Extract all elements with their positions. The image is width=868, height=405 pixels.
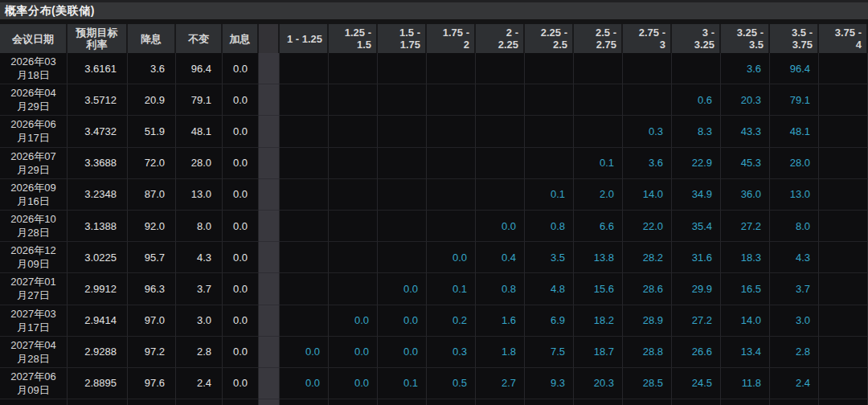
- range-prob-cell-11: [819, 211, 868, 242]
- range-prob-cell-6: 20.3: [574, 368, 623, 399]
- range-prob-cell-3: 0.2: [427, 305, 476, 337]
- clipped-cell: [68, 399, 128, 405]
- hold-prob-cell: 8.0: [176, 211, 223, 242]
- range-prob-cell-7: [623, 84, 672, 116]
- range-prob-cell-8: 26.6: [672, 337, 721, 368]
- range-prob-cell-6: 13.8: [574, 242, 623, 273]
- range-prob-cell-10: 4.3: [770, 242, 819, 273]
- range-prob-cell-5: 4.8: [525, 273, 574, 305]
- range-prob-cell-1: [329, 242, 378, 273]
- clipped-cell: [128, 399, 176, 405]
- range-prob-cell-5: 3.5: [525, 242, 574, 273]
- range-prob-cell-11: [819, 148, 868, 179]
- table-row[interactable]: 2027年01 月27日2.991296.33.70.00.00.10.84.8…: [0, 273, 868, 305]
- separator-cell: [259, 179, 280, 211]
- range-prob-cell-0: [280, 84, 329, 116]
- hold-prob-cell: 3.7: [176, 273, 223, 305]
- meeting-date-cell: 2026年09 月16日: [0, 179, 68, 211]
- range-prob-cell-1: 0.0: [329, 368, 378, 399]
- column-header-range-8: 3 - 3.25: [672, 24, 721, 53]
- table-row[interactable]: 2026年07 月29日3.368872.028.00.00.13.622.94…: [0, 148, 868, 179]
- hold-prob-cell: 48.1: [176, 116, 223, 147]
- range-prob-cell-1: 0.0: [329, 305, 378, 337]
- table-row[interactable]: 2026年09 月16日3.234887.013.00.00.12.014.03…: [0, 179, 868, 211]
- range-prob-cell-8: 27.2: [672, 305, 721, 337]
- column-header-hike: 加息: [223, 24, 259, 53]
- range-prob-cell-6: 18.2: [574, 305, 623, 337]
- hold-prob-cell: 79.1: [176, 84, 223, 116]
- range-prob-cell-9: 14.0: [721, 305, 770, 337]
- range-prob-cell-1: [329, 179, 378, 211]
- separator-cell: [259, 148, 280, 179]
- range-prob-cell-10: 3.0: [770, 305, 819, 337]
- column-header-range-3: 1.75 - 2: [427, 24, 476, 53]
- range-prob-cell-9: 43.3: [721, 116, 770, 147]
- table-row[interactable]: 2026年03 月18日3.61613.696.40.03.696.4: [0, 53, 868, 84]
- range-prob-cell-0: [280, 305, 329, 337]
- separator-cell: [259, 273, 280, 305]
- table-row[interactable]: 2027年04 月28日2.928897.22.80.00.00.00.00.3…: [0, 337, 868, 368]
- range-prob-cell-6: 0.1: [574, 148, 623, 179]
- hike-prob-cell: 0.0: [223, 179, 259, 211]
- cut-prob-cell: 20.9: [128, 84, 176, 116]
- meeting-date-cell: 2027年04 月28日: [0, 337, 68, 368]
- meeting-date-cell: 2027年03 月17日: [0, 305, 68, 337]
- range-prob-cell-8: 22.9: [672, 148, 721, 179]
- range-prob-cell-6: 2.0: [574, 179, 623, 211]
- target-rate-cell: 3.2348: [68, 179, 128, 211]
- panel-title-bar: 概率分布(美联储): [0, 0, 868, 19]
- range-prob-cell-9: 20.3: [721, 84, 770, 116]
- clipped-cell: [770, 399, 819, 405]
- range-prob-cell-8: 0.6: [672, 84, 721, 116]
- table-row[interactable]: 2026年04 月29日3.571220.979.10.00.620.379.1: [0, 84, 868, 116]
- range-prob-cell-3: [427, 84, 476, 116]
- panel-title: 概率分布(美联储): [5, 4, 95, 18]
- table-row[interactable]: 2026年06 月17日3.473251.948.10.00.38.343.34…: [0, 116, 868, 147]
- separator-cell: [259, 84, 280, 116]
- table-row[interactable]: 2026年12 月09日3.022595.74.30.00.00.43.513.…: [0, 242, 868, 273]
- range-prob-cell-7: 28.8: [623, 337, 672, 368]
- range-prob-cell-10: 96.4: [770, 53, 819, 84]
- range-prob-cell-8: 8.3: [672, 116, 721, 147]
- clipped-cell: [574, 399, 623, 405]
- range-prob-cell-8: 34.9: [672, 179, 721, 211]
- range-prob-cell-1: [329, 211, 378, 242]
- target-rate-cell: 3.6161: [68, 53, 128, 84]
- target-rate-cell: 3.3688: [68, 148, 128, 179]
- clipped-cell: [0, 399, 68, 405]
- range-prob-cell-3: [427, 148, 476, 179]
- column-header-cut: 降息: [128, 24, 176, 53]
- clipped-cell: [223, 399, 259, 405]
- range-prob-cell-0: [280, 242, 329, 273]
- range-prob-cell-7: 28.2: [623, 242, 672, 273]
- hike-prob-cell: 0.0: [223, 273, 259, 305]
- column-header-date: 会议日期: [0, 24, 68, 53]
- clipped-cell: [672, 399, 721, 405]
- cut-prob-cell: 3.6: [128, 53, 176, 84]
- range-prob-cell-8: 24.5: [672, 368, 721, 399]
- column-header-hold: 不变: [176, 24, 223, 53]
- table-row[interactable]: 2027年03 月17日2.941497.03.00.00.00.00.21.6…: [0, 305, 868, 337]
- range-prob-cell-11: [819, 337, 868, 368]
- meeting-date-cell: 2027年06 月09日: [0, 368, 68, 399]
- range-prob-cell-11: [819, 84, 868, 116]
- range-prob-cell-3: [427, 53, 476, 84]
- target-rate-cell: 2.9288: [68, 337, 128, 368]
- range-prob-cell-11: [819, 242, 868, 273]
- table-row[interactable]: 2026年10 月28日3.138892.08.00.00.00.86.622.…: [0, 211, 868, 242]
- range-prob-cell-7: [623, 53, 672, 84]
- range-prob-cell-3: [427, 116, 476, 147]
- clipped-cell: [280, 399, 329, 405]
- range-prob-cell-5: 0.1: [525, 179, 574, 211]
- column-header-range-11: 3.75 - 4: [819, 24, 868, 53]
- column-header-range-1: 1.25 - 1.5: [329, 24, 378, 53]
- range-prob-cell-5: [525, 53, 574, 84]
- column-header-range-9: 3.25 - 3.5: [721, 24, 770, 53]
- meeting-date-cell: 2026年07 月29日: [0, 148, 68, 179]
- target-rate-cell: 2.9912: [68, 273, 128, 305]
- table-header-row: 会议日期预期目标 利率降息不变加息1 - 1.251.25 - 1.51.5 -…: [0, 24, 868, 53]
- table-row[interactable]: 2027年06 月09日2.889597.62.40.00.00.00.10.5…: [0, 368, 868, 399]
- range-prob-cell-2: 0.0: [378, 305, 427, 337]
- range-prob-cell-3: [427, 211, 476, 242]
- range-prob-cell-7: 3.6: [623, 148, 672, 179]
